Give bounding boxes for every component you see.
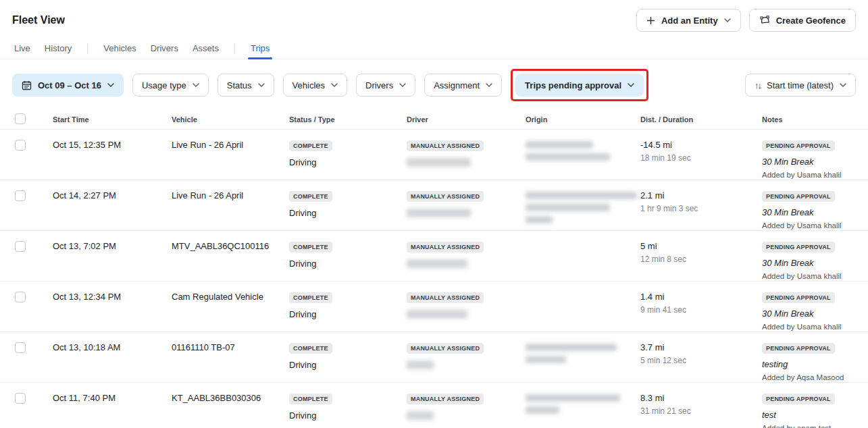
start-time-cell: Oct 13, 12:34 PM [53,292,172,302]
driver-cell: MANUALLY ASSIGNED [407,342,526,374]
vehicle-cell: KT_AABL36BB030306 [172,393,289,403]
added-by-label: Added by Usama khalil [762,272,868,280]
sort-dropdown[interactable]: ↑↓ Start time (latest) [745,74,856,97]
notes-cell: PENDING APPROVAL testing Added by Aqsa M… [762,342,868,381]
table-row[interactable]: Oct 14, 2:27 PM Live Run - 26 April COMP… [0,180,868,231]
driver-name-redacted [407,158,526,167]
vehicles-filter[interactable]: Vehicles [283,74,347,97]
usage-type-label: Usage type [142,80,186,90]
plus-icon [646,16,655,25]
driver-cell: MANUALLY ASSIGNED [407,140,526,171]
start-time-cell: Oct 15, 12:35 PM [53,140,172,150]
tab-drivers[interactable]: Drivers [149,38,180,59]
start-time-cell: Oct 13, 7:02 PM [53,241,172,251]
duration-value: 5 min 12 sec [640,356,762,365]
tab-trips[interactable]: Trips [249,38,272,59]
date-range-label: Oct 09 – Oct 16 [38,80,101,90]
tab-vehicles[interactable]: Vehicles [101,38,138,59]
trip-type-label: Driving [289,309,407,319]
assignment-filter[interactable]: Assignment [424,74,502,97]
table-row[interactable]: Oct 11, 7:40 PM KT_AABL36BB030306 COMPLE… [0,383,868,428]
pending-approval-badge: PENDING APPROVAL [762,191,835,202]
driver-name-redacted [407,259,526,268]
note-text: 30 Min Break [762,157,868,167]
drivers-filter-label: Drivers [365,80,393,90]
filter-bar: Oct 09 – Oct 16 Usage type Status Vehicl… [0,69,868,101]
status-type-cell: COMPLETE Driving [289,393,407,421]
vehicles-filter-label: Vehicles [292,80,325,90]
status-filter[interactable]: Status [218,74,274,97]
tab-divider [234,43,235,54]
status-badge: COMPLETE [289,140,332,151]
assignment-badge: MANUALLY ASSIGNED [407,394,484,404]
chevron-down-icon [258,83,265,87]
geofence-icon [759,16,770,25]
assignment-badge: MANUALLY ASSIGNED [407,242,484,252]
table-row[interactable]: Oct 13, 7:02 PM MTV_AABL36QC100116 COMPL… [0,231,868,282]
table-header: Start Time Vehicle Status / Type Driver … [0,109,868,130]
status-type-cell: COMPLETE Driving [289,140,407,167]
table-row[interactable]: Oct 13, 10:18 AM 01161110 TB-07 COMPLETE… [0,332,868,383]
trip-type-label: Driving [289,208,407,218]
distance-value: 2.1 mi [640,190,762,200]
distance-value: 5 mi [640,241,762,251]
sort-label: Start time (latest) [767,80,834,90]
col-vehicle: Vehicle [172,115,289,124]
col-status-type: Status / Type [289,115,407,124]
vehicle-cell: MTV_AABL36QC100116 [172,241,289,251]
chevron-down-icon [724,18,731,22]
driver-cell: MANUALLY ASSIGNED [407,190,526,222]
date-range-filter[interactable]: Oct 09 – Oct 16 [12,74,124,97]
distance-value: 3.7 mi [640,342,762,352]
tab-live[interactable]: Live [12,38,32,59]
tab-history[interactable]: History [43,38,74,59]
trip-type-label: Driving [289,360,407,370]
table-row[interactable]: Oct 13, 12:34 PM Cam Regulated Vehicle C… [0,282,868,332]
dist-duration-cell: 8.3 mi 31 min 21 sec [640,393,762,416]
origin-address-redacted [526,393,640,414]
dist-duration-cell: 3.7 mi 5 min 12 sec [640,342,762,365]
row-checkbox[interactable] [15,241,26,252]
tab-divider [87,43,88,54]
assignment-badge: MANUALLY ASSIGNED [407,191,484,202]
start-time-cell: Oct 14, 2:27 PM [53,190,172,200]
add-entity-button[interactable]: Add an Entity [636,9,741,32]
row-checkbox[interactable] [15,342,26,353]
tab-assets[interactable]: Assets [190,38,221,59]
row-checkbox[interactable] [15,292,26,302]
create-geofence-button[interactable]: Create Geofence [749,9,856,32]
status-badge: COMPLETE [289,394,332,404]
origin-cell [526,393,640,419]
vehicle-cell: Cam Regulated Vehicle [172,292,289,302]
sort-arrows-icon: ↑↓ [755,80,761,90]
col-origin: Origin [526,115,640,124]
origin-address-redacted [526,140,640,161]
chevron-down-icon [486,83,492,87]
distance-value: -14.5 mi [640,140,762,150]
note-text: test [762,410,868,420]
top-bar: Fleet View Add an Entity Create Geofence [0,0,868,32]
added-by-label: Added by Usama khalil [762,323,868,331]
duration-value: 9 min 41 sec [640,305,762,315]
row-checkbox[interactable] [15,140,26,151]
trip-type-label: Driving [289,410,407,421]
note-text: 30 Min Break [762,207,868,217]
note-text: 30 Min Break [762,309,868,319]
drivers-filter[interactable]: Drivers [356,74,415,97]
chevron-down-icon [399,83,406,87]
pending-approval-badge: PENDING APPROVAL [762,343,835,354]
chevron-down-icon [331,83,338,87]
select-all-checkbox[interactable] [15,113,26,124]
table-row[interactable]: Oct 15, 12:35 PM Live Run - 26 April COM… [0,130,868,180]
row-checkbox[interactable] [15,190,26,201]
row-checkbox[interactable] [15,393,26,404]
added-by-label: Added by anam test [762,424,868,428]
col-dist-duration: Dist. / Duration [640,115,762,124]
status-type-cell: COMPLETE Driving [289,241,407,269]
notes-cell: PENDING APPROVAL 30 Min Break Added by U… [762,140,868,179]
trips-pending-approval-filter[interactable]: Trips pending approval [515,74,644,97]
status-badge: COMPLETE [289,292,332,303]
origin-address-redacted [526,190,640,223]
usage-type-filter[interactable]: Usage type [132,74,209,97]
note-text: testing [762,359,868,369]
